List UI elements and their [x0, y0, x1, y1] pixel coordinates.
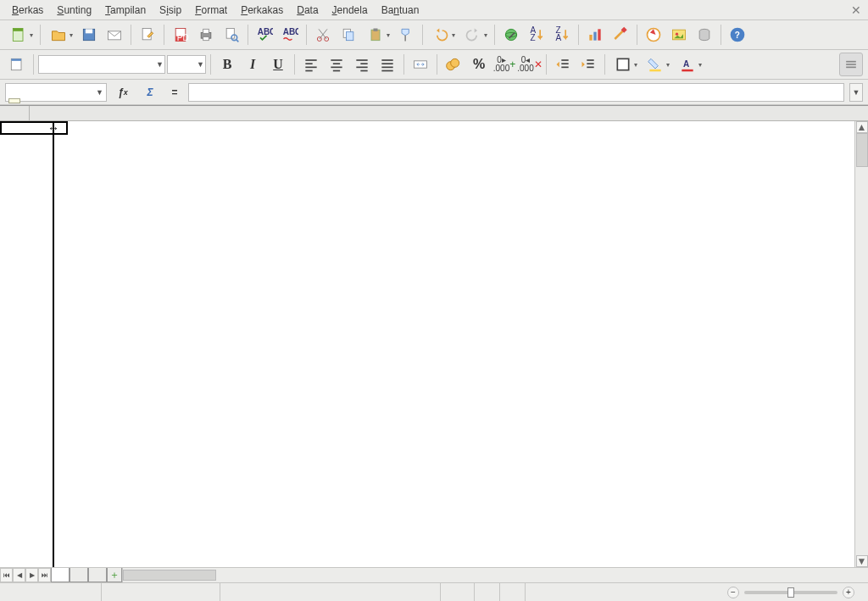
- spreadsheet-grid[interactable]: ↔ ▲ ▼: [0, 105, 868, 567]
- horizontal-scrollbar[interactable]: [122, 568, 868, 582]
- function-wizard-button[interactable]: ƒx: [112, 83, 134, 102]
- menu-bar: Berkas Sunting Tampilan Sisip Format Per…: [0, 0, 868, 20]
- formula-input[interactable]: [188, 83, 844, 102]
- edit-file-button[interactable]: [136, 23, 159, 47]
- status-mode-area: [220, 583, 441, 601]
- navigator-button[interactable]: [642, 23, 665, 47]
- menu-format[interactable]: Format: [188, 2, 234, 19]
- svg-text:A: A: [556, 33, 562, 42]
- menu-berkas[interactable]: Berkas: [5, 2, 50, 19]
- increase-indent-button[interactable]: [576, 53, 600, 76]
- menu-perkakas[interactable]: Perkakas: [234, 2, 290, 19]
- menu-sisip[interactable]: Sisip: [153, 2, 188, 19]
- menu-tampilan[interactable]: Tampilan: [98, 2, 153, 19]
- menu-bantuan[interactable]: Bantuan: [375, 2, 426, 19]
- close-document-icon[interactable]: ✕: [849, 3, 863, 17]
- select-all-corner[interactable]: [0, 106, 30, 120]
- sheet-tab-active[interactable]: [51, 568, 70, 582]
- show-draw-functions-button[interactable]: [609, 23, 632, 47]
- redo-button[interactable]: [459, 23, 490, 47]
- copy-button[interactable]: [337, 23, 360, 47]
- save-button[interactable]: [77, 23, 101, 47]
- zoom-in-button[interactable]: +: [843, 587, 854, 598]
- sort-desc-button[interactable]: ZA: [550, 23, 574, 47]
- hscroll-thumb[interactable]: [123, 570, 216, 581]
- merge-cells-button[interactable]: [409, 53, 432, 76]
- sum-button[interactable]: Σ: [139, 83, 161, 102]
- menu-jendela[interactable]: Jendela: [326, 2, 375, 19]
- hyperlink-button[interactable]: [499, 23, 523, 47]
- font-color-button[interactable]: A: [674, 53, 704, 76]
- align-left-button[interactable]: [299, 53, 323, 76]
- underline-button[interactable]: U: [266, 53, 290, 76]
- vertical-scrollbar[interactable]: ▲ ▼: [854, 121, 868, 567]
- font-size-combo[interactable]: ▼: [167, 55, 206, 74]
- svg-rect-20: [347, 32, 353, 41]
- auto-spellcheck-button[interactable]: ABC: [278, 23, 302, 47]
- italic-button[interactable]: I: [241, 53, 264, 76]
- help-button[interactable]: ?: [726, 23, 749, 47]
- styles-button[interactable]: [5, 53, 29, 76]
- grid-body[interactable]: [0, 121, 868, 567]
- tab-nav-next[interactable]: ▶: [25, 568, 38, 582]
- zoom-control[interactable]: − +: [719, 587, 868, 598]
- open-button[interactable]: [45, 23, 75, 47]
- menu-sunting[interactable]: Sunting: [50, 2, 98, 19]
- tab-nav-first[interactable]: ⏮: [0, 568, 13, 582]
- percent-button[interactable]: %: [467, 53, 491, 76]
- print-preview-button[interactable]: [220, 23, 243, 47]
- align-justify-button[interactable]: [376, 53, 399, 76]
- export-pdf-button[interactable]: PDF: [169, 23, 192, 47]
- status-signature: [500, 583, 526, 601]
- cut-button[interactable]: [311, 23, 335, 47]
- borders-button[interactable]: [609, 53, 640, 76]
- chart-button[interactable]: [583, 23, 607, 47]
- menu-data[interactable]: Data: [290, 2, 325, 19]
- background-color-button[interactable]: [642, 53, 672, 76]
- add-sheet-button[interactable]: ＋: [107, 568, 122, 582]
- name-box[interactable]: [5, 83, 107, 102]
- svg-rect-21: [371, 30, 380, 40]
- paste-button[interactable]: [362, 23, 392, 47]
- add-decimal-button[interactable]: 0▸.000+: [492, 53, 516, 76]
- tab-nav-last[interactable]: ⏭: [38, 568, 51, 582]
- font-size-input[interactable]: [167, 55, 206, 74]
- spellcheck-button[interactable]: ABC: [253, 23, 276, 47]
- align-center-button[interactable]: [325, 53, 348, 76]
- zoom-slider[interactable]: [744, 591, 837, 594]
- function-button[interactable]: =: [166, 86, 183, 98]
- format-paintbrush-button[interactable]: [394, 23, 418, 47]
- bold-button[interactable]: B: [215, 53, 239, 76]
- status-style[interactable]: [102, 583, 220, 601]
- new-document-button[interactable]: [5, 23, 36, 47]
- data-sources-button[interactable]: [693, 23, 716, 47]
- status-selection-mode[interactable]: [441, 583, 475, 601]
- remove-decimal-button[interactable]: 0◂.000✕: [518, 53, 542, 76]
- zoom-out-button[interactable]: −: [727, 587, 739, 598]
- tab-nav-prev[interactable]: ◀: [13, 568, 25, 582]
- print-button[interactable]: [194, 23, 218, 47]
- sheet-tab-3[interactable]: [88, 568, 107, 582]
- gallery-button[interactable]: [667, 23, 691, 47]
- scroll-down-button[interactable]: ▼: [856, 555, 868, 567]
- formula-expand-button[interactable]: ▼: [849, 83, 863, 102]
- sheet-tab-bar: ⏮ ◀ ▶ ⏭ ＋: [0, 567, 868, 582]
- font-name-combo[interactable]: ▼: [38, 55, 165, 74]
- column-headers[interactable]: [0, 106, 868, 121]
- align-right-button[interactable]: [350, 53, 374, 76]
- currency-button[interactable]: [442, 53, 465, 76]
- vscroll-thumb[interactable]: [856, 133, 868, 167]
- svg-rect-22: [374, 29, 378, 31]
- decrease-indent-button[interactable]: [551, 53, 575, 76]
- sort-asc-button[interactable]: AZ: [525, 23, 548, 47]
- zoom-handle[interactable]: [787, 587, 794, 598]
- svg-rect-31: [593, 32, 596, 41]
- font-name-input[interactable]: [38, 55, 165, 74]
- svg-rect-70: [682, 70, 693, 72]
- sheet-tab-2[interactable]: [70, 568, 88, 582]
- undo-button[interactable]: [427, 23, 458, 47]
- email-button[interactable]: [103, 23, 126, 47]
- status-sum[interactable]: [526, 583, 719, 601]
- toolbar-options-button[interactable]: [839, 53, 863, 76]
- scroll-up-button[interactable]: ▲: [856, 121, 868, 133]
